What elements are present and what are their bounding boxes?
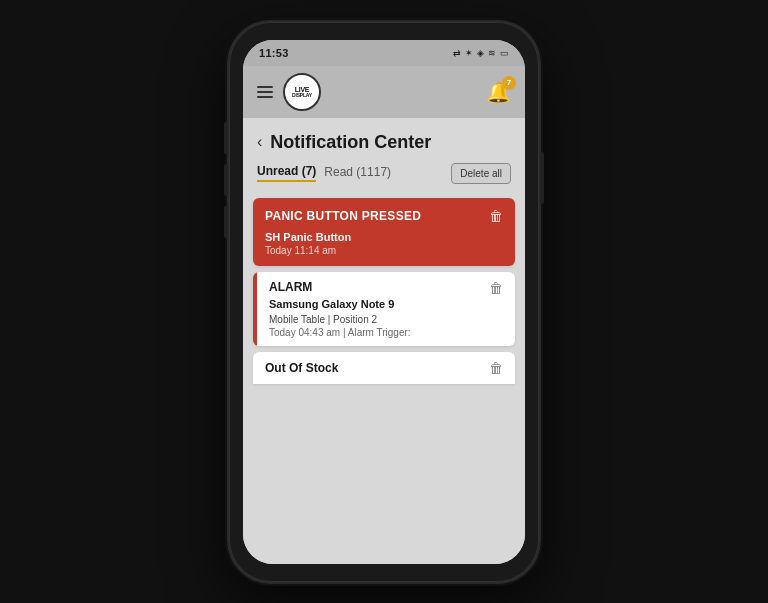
- page-title: Notification Center: [270, 132, 431, 153]
- status-bar: 11:53 ⇄ ✶ ◈ ≋ ▭: [243, 40, 525, 66]
- status-icons: ⇄ ✶ ◈ ≋ ▭: [453, 48, 509, 58]
- panic-header: PANIC BUTTON PRESSED 🗑: [253, 198, 515, 228]
- page-content: ‹ Notification Center Unread (7) Read (1…: [243, 118, 525, 564]
- bell-badge: 7: [502, 76, 516, 90]
- notification-alarm[interactable]: ALARM 🗑 Samsung Galaxy Note 9 Mobile Tab…: [253, 272, 515, 347]
- wifi-icon: ≋: [488, 48, 496, 58]
- status-time: 11:53: [259, 47, 289, 59]
- tab-read[interactable]: Read (1117): [324, 165, 391, 181]
- tab-unread[interactable]: Unread (7): [257, 164, 316, 182]
- stock-title: Out Of Stock: [265, 361, 338, 375]
- alarm-sub: Mobile Table | Position 2: [269, 312, 503, 327]
- page-header: ‹ Notification Center: [243, 118, 525, 163]
- menu-icon[interactable]: [257, 86, 273, 98]
- panic-title: PANIC BUTTON PRESSED: [265, 209, 421, 223]
- alarm-inner: ALARM 🗑 Samsung Galaxy Note 9 Mobile Tab…: [257, 272, 515, 347]
- logo-display-text: DISPLAY: [292, 93, 312, 98]
- panic-time: Today 11:14 am: [265, 245, 503, 256]
- phone-body: 11:53 ⇄ ✶ ◈ ≋ ▭ L: [229, 22, 539, 582]
- panic-device: SH Panic Button: [265, 230, 503, 245]
- phone-screen: 11:53 ⇄ ✶ ◈ ≋ ▭ L: [243, 40, 525, 564]
- signal-icon: ◈: [477, 48, 484, 58]
- bluetooth-icon: ✶: [465, 48, 473, 58]
- alarm-title: ALARM: [269, 280, 312, 294]
- delete-all-button[interactable]: Delete all: [451, 163, 511, 184]
- app-header: LIVE DISPLAY 🔔 7: [243, 66, 525, 118]
- alarm-time: Today 04:43 am | Alarm Trigger:: [269, 327, 503, 338]
- notification-panic[interactable]: PANIC BUTTON PRESSED 🗑 SH Panic Button T…: [253, 198, 515, 266]
- tabs-row: Unread (7) Read (1117) Delete all: [243, 163, 525, 194]
- app-logo: LIVE DISPLAY: [283, 73, 321, 111]
- battery-icon: ▭: [500, 48, 509, 58]
- header-left: LIVE DISPLAY: [257, 73, 321, 111]
- notifications-list: PANIC BUTTON PRESSED 🗑 SH Panic Button T…: [243, 194, 525, 564]
- notification-stock[interactable]: Out Of Stock 🗑: [253, 352, 515, 384]
- stock-delete-icon[interactable]: 🗑: [489, 360, 503, 376]
- panic-delete-icon[interactable]: 🗑: [489, 208, 503, 224]
- phone-device: 11:53 ⇄ ✶ ◈ ≋ ▭ L: [229, 22, 539, 582]
- alarm-top: ALARM 🗑: [269, 280, 503, 296]
- notification-bell[interactable]: 🔔 7: [486, 80, 511, 104]
- network-icon: ⇄: [453, 48, 461, 58]
- alarm-delete-icon[interactable]: 🗑: [489, 280, 503, 296]
- back-button[interactable]: ‹: [257, 133, 262, 151]
- alarm-device: Samsung Galaxy Note 9: [269, 296, 503, 313]
- panic-body: SH Panic Button Today 11:14 am: [253, 228, 515, 266]
- stock-inner: Out Of Stock 🗑: [253, 352, 515, 384]
